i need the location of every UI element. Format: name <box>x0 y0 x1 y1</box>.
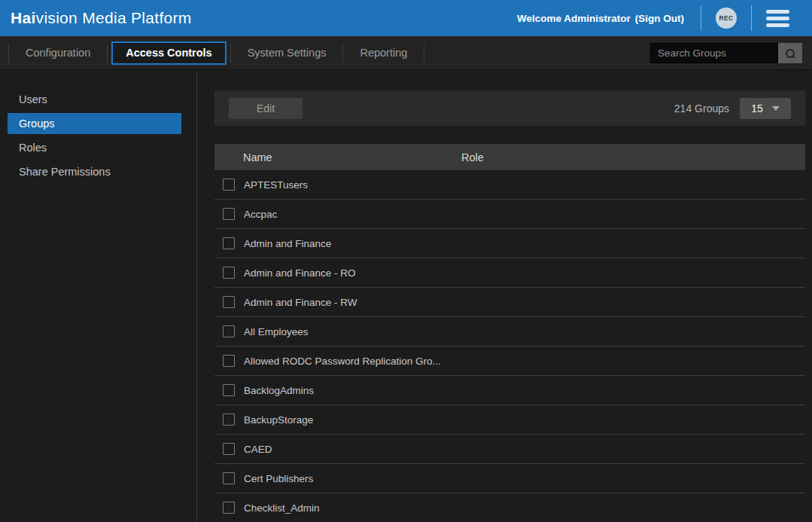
sign-out-link[interactable]: (Sign Out) <box>635 13 684 24</box>
group-name: Accpac <box>244 209 453 220</box>
sidebar-item-users[interactable]: Users <box>8 89 181 110</box>
groups-toolbar: Edit 214 Groups 15 <box>214 90 805 126</box>
tab-access-controls[interactable]: Access Controls <box>111 41 226 65</box>
sidebar: UsersGroupsRolesShare Permissions <box>0 71 197 522</box>
sidebar-item-roles[interactable]: Roles <box>8 137 181 158</box>
row-checkbox[interactable] <box>223 443 235 455</box>
table-row[interactable]: CAED <box>214 435 805 464</box>
tab-divider <box>107 44 108 63</box>
row-checkbox[interactable] <box>223 502 235 514</box>
page-size-value: 15 <box>751 102 763 114</box>
brand-rest: vision Media Platform <box>36 9 192 26</box>
group-name: APTESTusers <box>244 179 453 191</box>
group-name: BacklogAdmins <box>244 385 453 396</box>
column-header-role: Role <box>461 151 805 163</box>
row-checkbox[interactable] <box>223 267 235 279</box>
main-navbar: ConfigurationAccess ControlsSystem Setti… <box>0 36 812 70</box>
table-header: Name Role <box>214 144 805 170</box>
search-button[interactable] <box>778 43 802 63</box>
group-name: BackupStorage <box>244 414 453 426</box>
tab-system-settings[interactable]: System Settings <box>231 36 343 70</box>
tab-divider <box>424 44 424 63</box>
row-checkbox[interactable] <box>223 179 235 191</box>
search-input[interactable] <box>650 43 778 63</box>
brand-bold: Hai <box>11 9 36 26</box>
table-row[interactable]: Admin and Finance <box>214 229 805 258</box>
table-body: APTESTusersAccpacAdmin and FinanceAdmin … <box>214 170 805 522</box>
column-header-name: Name <box>214 151 461 163</box>
search-icon <box>785 48 795 59</box>
welcome-text: Welcome Administrator <box>517 13 631 24</box>
group-name: Admin and Finance - RW <box>244 297 453 308</box>
table-row[interactable]: Admin and Finance - RW <box>214 288 805 317</box>
row-checkbox[interactable] <box>223 355 235 367</box>
table-row[interactable]: Accpac <box>214 200 805 229</box>
table-row[interactable]: BacklogAdmins <box>214 376 805 405</box>
table-row[interactable]: All Employees <box>214 317 805 346</box>
content-area: Edit 214 Groups 15 Name Role APTESTusers… <box>198 71 812 522</box>
table-row[interactable]: Checklist_Admin <box>214 493 805 522</box>
group-name: Allowed RODC Password Replication Gro... <box>244 356 453 367</box>
header-divider <box>751 5 752 31</box>
row-checkbox[interactable] <box>223 208 235 220</box>
chevron-down-icon <box>772 106 780 111</box>
hamburger-menu-icon[interactable] <box>766 10 789 27</box>
table-row[interactable]: Allowed RODC Password Replication Gro... <box>214 346 805 376</box>
row-checkbox[interactable] <box>223 414 235 426</box>
group-name: CAED <box>244 444 453 455</box>
group-name: Checklist_Admin <box>244 502 453 514</box>
brand-logo: Haivision Media Platform <box>11 9 192 27</box>
sidebar-item-groups[interactable]: Groups <box>8 113 181 134</box>
sidebar-item-share-permissions[interactable]: Share Permissions <box>8 161 181 182</box>
row-checkbox[interactable] <box>223 384 235 396</box>
table-row[interactable]: Cert Publishers <box>214 464 805 493</box>
row-checkbox[interactable] <box>223 472 235 484</box>
group-name: Cert Publishers <box>244 473 453 484</box>
group-name: All Employees <box>244 326 453 337</box>
row-checkbox[interactable] <box>223 237 235 249</box>
nav-tabs: ConfigurationAccess ControlsSystem Setti… <box>0 36 424 69</box>
search-wrap <box>650 43 802 63</box>
table-row[interactable]: APTESTusers <box>214 170 805 200</box>
app-header: Haivision Media Platform Welcome Adminis… <box>0 0 812 36</box>
row-checkbox[interactable] <box>223 325 235 337</box>
header-divider <box>701 5 701 31</box>
table-row[interactable]: BackupStorage <box>214 405 805 435</box>
tab-reporting[interactable]: Reporting <box>343 36 424 70</box>
groups-count: 214 Groups <box>674 102 729 114</box>
tab-configuration[interactable]: Configuration <box>9 36 107 70</box>
rec-badge-icon[interactable]: REC <box>716 8 737 29</box>
group-name: Admin and Finance <box>244 238 453 249</box>
group-name: Admin and Finance - RO <box>244 267 453 279</box>
edit-button[interactable]: Edit <box>229 98 303 119</box>
row-checkbox[interactable] <box>223 296 235 308</box>
groups-table: Name Role APTESTusersAccpacAdmin and Fin… <box>214 144 805 522</box>
table-row[interactable]: Admin and Finance - RO <box>214 258 805 288</box>
page-size-dropdown[interactable]: 15 <box>740 98 791 119</box>
